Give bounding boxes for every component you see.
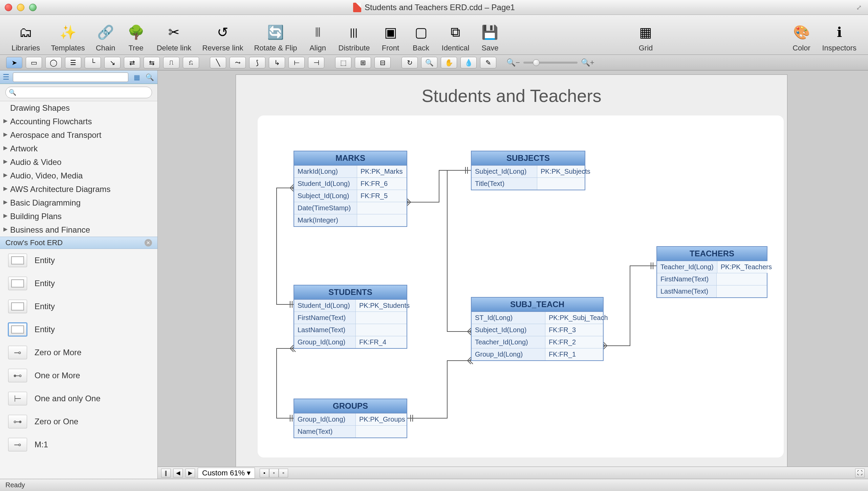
zoom-out-icon[interactable]: 🔍− <box>506 58 520 67</box>
category-item[interactable]: Aerospace and Transport <box>0 128 157 142</box>
shape-item[interactable]: Entity <box>0 318 157 341</box>
category-item[interactable]: Business and Finance <box>0 223 157 237</box>
minimize-window[interactable] <box>17 4 24 11</box>
entity-students[interactable]: STUDENTSStudent_Id(Long)PK:PK_StudentsFi… <box>294 285 407 349</box>
entity-field: Teacher_Id(Long) <box>657 261 717 273</box>
hand-tool[interactable]: ✋ <box>441 57 457 68</box>
line-tool-1[interactable]: ╲ <box>210 57 226 68</box>
page-tab-2[interactable]: ▫ <box>269 469 279 477</box>
next-page[interactable]: ▶ <box>186 469 195 477</box>
shape-label: One and only One <box>35 394 101 403</box>
connector-2[interactable]: ↘ <box>104 57 121 68</box>
view-tool-1[interactable]: ↻ <box>402 57 418 68</box>
entity-subj-teach[interactable]: SUBJ_TEACHST_Id(Long)PK:PK_Subj_TeachSub… <box>471 297 604 361</box>
shape-item[interactable]: ⊸Zero or More <box>0 341 157 364</box>
shape-item[interactable]: ⊷One or More <box>0 364 157 387</box>
shape-label: Zero or One <box>35 417 78 426</box>
category-item[interactable]: Drawing Shapes <box>0 101 157 115</box>
toolbar-label: Delete link <box>157 44 192 52</box>
line-tool-5[interactable]: ⊢ <box>288 57 305 68</box>
zoom-window[interactable] <box>29 4 37 11</box>
color-button[interactable]: 🎨Color <box>786 23 817 52</box>
connector-1[interactable]: └ <box>85 57 101 68</box>
identical-button[interactable]: ⧉Identical <box>436 23 475 52</box>
zoom-in-icon[interactable]: 🔍+ <box>581 58 594 67</box>
rect-tool[interactable]: ▭ <box>26 57 42 68</box>
shape-item[interactable]: Entity <box>0 249 157 272</box>
diagram-page[interactable]: Students and Teachers <box>236 74 787 479</box>
category-item[interactable]: Basic Diagramming <box>0 196 157 210</box>
fullscreen-icon[interactable]: ⤢ <box>854 3 863 12</box>
shape-search[interactable] <box>5 87 152 98</box>
category-item[interactable]: AWS Architecture Diagrams <box>0 183 157 196</box>
toolbar-label: Reverse link <box>202 44 243 52</box>
save-button[interactable]: 💾Save <box>475 23 505 52</box>
prev-page[interactable]: ◀ <box>173 469 183 477</box>
back-button[interactable]: ▢Back <box>406 23 436 52</box>
shape-item[interactable]: ⊸M:1 <box>0 433 157 456</box>
close-window[interactable] <box>5 4 12 11</box>
page-tab-1[interactable]: ▪ <box>260 469 269 477</box>
grid-button[interactable]: ▦Grid <box>630 23 661 52</box>
shape-item[interactable]: ⊢One and only One <box>0 387 157 410</box>
category-item[interactable]: Building Plans <box>0 210 157 223</box>
edit-tool-2[interactable]: ⊞ <box>355 57 371 68</box>
line-tool-6[interactable]: ⊣ <box>308 57 324 68</box>
entity-teachers[interactable]: TEACHERSTeacher_Id(Long)PK:PK_TeachersFi… <box>656 246 767 298</box>
zoom-readout[interactable]: Custom 61%▾ <box>198 468 255 478</box>
page-tab-3[interactable]: ▫ <box>279 469 288 477</box>
library-toggle-icon[interactable]: ☰ <box>3 73 9 82</box>
category-item[interactable]: Accounting Flowcharts <box>0 115 157 128</box>
libraries-button[interactable]: 🗂Libraries <box>6 23 45 52</box>
pause-icon[interactable]: ‖ <box>161 469 171 477</box>
inspectors-button[interactable]: ℹInspectors <box>817 23 862 52</box>
zoom-slider[interactable]: 🔍− 🔍+ <box>506 58 594 67</box>
fit-icon[interactable]: ⛶ <box>855 469 865 477</box>
line-tool-4[interactable]: ↳ <box>269 57 285 68</box>
distribute-button[interactable]: ⫼Distribute <box>333 23 375 52</box>
shape-item[interactable]: Entity <box>0 295 157 318</box>
front-button[interactable]: ▣Front <box>375 23 406 52</box>
edit-tool-1[interactable]: ⬚ <box>335 57 351 68</box>
drop-tool[interactable]: 💧 <box>460 57 477 68</box>
line-tool-2[interactable]: ⤳ <box>230 57 246 68</box>
templates-icon: ✨ <box>59 23 78 42</box>
shape-label: Entity <box>35 302 55 311</box>
templates-button[interactable]: ✨Templates <box>45 23 90 52</box>
close-section-icon[interactable]: ✕ <box>145 239 152 247</box>
align-button[interactable]: ⫴Align <box>303 23 333 52</box>
rotate-flip-button[interactable]: 🔄Rotate & Flip <box>248 23 302 52</box>
entity-subjects[interactable]: SUBJECTSSubject_Id(Long)PK:PK_SubjectsTi… <box>471 151 585 190</box>
shape-item[interactable]: Entity <box>0 272 157 295</box>
search-icon[interactable]: 🔍 <box>145 72 155 82</box>
entity-groups[interactable]: GROUPSGroup_Id(Long)PK:PK_GroupsName(Tex… <box>294 399 407 438</box>
search-icon: 🔍 <box>9 89 16 96</box>
entity-marks[interactable]: MARKSMarkId(Long)PK:PK_MarksStudent_Id(L… <box>294 151 407 227</box>
identical-icon: ⧉ <box>446 23 465 42</box>
connector-3[interactable]: ⇄ <box>124 57 140 68</box>
connector-5[interactable]: ⎍ <box>163 57 179 68</box>
chain-button[interactable]: 🔗Chain <box>90 23 121 52</box>
connector-6[interactable]: ⎌ <box>183 57 199 68</box>
tree-button[interactable]: 🌳Tree <box>121 23 151 52</box>
wand-tool[interactable]: ✎ <box>480 57 496 68</box>
delete-link-button[interactable]: ✂Delete link <box>151 23 197 52</box>
library-filter[interactable] <box>13 72 128 82</box>
line-tool-3[interactable]: ⟆ <box>249 57 265 68</box>
category-item[interactable]: Audio & Video <box>0 155 157 169</box>
canvas[interactable]: Students and Teachers <box>158 70 868 479</box>
grid-view-icon[interactable]: ▦ <box>132 72 142 82</box>
connector-4[interactable]: ⇆ <box>144 57 160 68</box>
category-item[interactable]: Artwork <box>0 142 157 155</box>
entity-key <box>717 273 767 285</box>
reverse-link-button[interactable]: ↺Reverse link <box>197 23 248 52</box>
ellipse-tool[interactable]: ◯ <box>45 57 62 68</box>
shape-item[interactable]: ⊶Zero or One <box>0 410 157 433</box>
pointer-tool[interactable]: ➤ <box>6 57 22 68</box>
text-tool[interactable]: ☰ <box>65 57 81 68</box>
section-crows-foot[interactable]: Crow's Foot ERD ✕ <box>0 237 157 249</box>
zoom-tool[interactable]: 🔍 <box>421 57 437 68</box>
entity-field: Teacher_Id(Long) <box>472 336 545 348</box>
category-item[interactable]: Audio, Video, Media <box>0 169 157 183</box>
edit-tool-3[interactable]: ⊟ <box>374 57 391 68</box>
